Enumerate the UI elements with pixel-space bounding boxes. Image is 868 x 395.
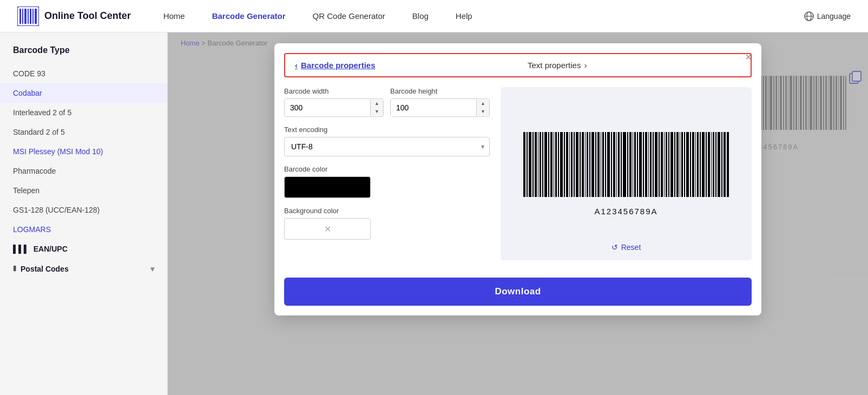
reset-icon: ↺ [611, 243, 618, 252]
globe-icon [804, 11, 814, 21]
modal-close-button[interactable]: × [745, 51, 752, 63]
svg-rect-143 [715, 132, 716, 197]
svg-rect-115 [643, 132, 644, 197]
barcode-image [523, 132, 729, 202]
svg-rect-112 [634, 132, 636, 197]
sidebar-item-gs1[interactable]: GS1-128 (UCC/EAN-128) [0, 200, 167, 220]
main-nav: Home Barcode Generator QR Code Generator… [163, 11, 804, 21]
nav-qr-code[interactable]: QR Code Generator [313, 11, 385, 21]
main-content: Home > Barcode Generator /* barcode bars… [168, 32, 868, 395]
svg-rect-95 [589, 132, 590, 197]
svg-rect-140 [708, 132, 710, 197]
svg-rect-116 [645, 132, 647, 197]
sidebar-section-ean[interactable]: ▌▌▌ EAN/UPC [0, 239, 167, 259]
tab-text-label: Text properties [528, 61, 581, 70]
barcode-height-label: Barcode height [390, 87, 490, 95]
sidebar-item-interleaved[interactable]: Interleaved 2 of 5 [0, 103, 167, 122]
svg-rect-81 [554, 132, 554, 197]
svg-rect-128 [676, 132, 679, 197]
nav-help[interactable]: Help [456, 11, 472, 21]
svg-rect-78 [544, 132, 547, 197]
sidebar-item-telepen[interactable]: Telepen [0, 181, 167, 200]
svg-rect-99 [601, 132, 601, 197]
svg-rect-70 [523, 132, 525, 197]
svg-rect-126 [670, 132, 673, 197]
barcode-width-label: Barcode width [284, 87, 384, 95]
svg-rect-73 [532, 132, 534, 197]
svg-rect-137 [700, 132, 701, 197]
svg-rect-75 [538, 132, 538, 197]
svg-rect-132 [686, 132, 689, 197]
svg-rect-82 [555, 132, 557, 197]
nav-barcode-generator[interactable]: Barcode Generator [212, 11, 286, 21]
svg-rect-88 [571, 132, 573, 197]
svg-rect-71 [527, 132, 528, 197]
modal-body: Barcode width ▲ ▼ Barco [274, 77, 761, 270]
logo-barcode-icon [17, 6, 39, 26]
tab-barcode-properties[interactable]: ‹ Barcode properties [285, 54, 518, 76]
svg-rect-138 [702, 132, 705, 197]
height-up-arrow[interactable]: ▲ [477, 100, 489, 108]
nav-blog[interactable]: Blog [412, 11, 429, 21]
svg-rect-93 [585, 132, 586, 197]
svg-rect-97 [595, 132, 596, 197]
svg-rect-77 [542, 132, 543, 197]
svg-rect-122 [661, 132, 663, 197]
svg-rect-133 [690, 132, 691, 197]
barcode-preview-panel: A123456789A ↺ Reset [501, 87, 752, 260]
reset-button[interactable]: ↺ Reset [611, 243, 641, 252]
sidebar-item-pharmacode[interactable]: Pharmacode [0, 161, 167, 181]
svg-rect-123 [664, 132, 665, 197]
svg-rect-111 [633, 132, 633, 197]
barcode-height-input[interactable] [391, 99, 476, 116]
svg-rect-74 [535, 132, 537, 197]
svg-rect-127 [674, 132, 675, 197]
clear-icon: ✕ [324, 224, 331, 234]
svg-rect-98 [597, 132, 600, 197]
sidebar-item-code93[interactable]: CODE 93 [0, 64, 167, 83]
sidebar-section-postal[interactable]: ⦀ Postal Codes ▾ [0, 259, 167, 279]
svg-rect-117 [648, 132, 649, 197]
encoding-select[interactable]: UTF-8 ISO-8859-1 ASCII [284, 137, 490, 156]
download-button[interactable]: Download [284, 278, 752, 306]
svg-rect-83 [558, 132, 559, 197]
background-color-swatch[interactable]: ✕ [284, 218, 371, 240]
logo-area: Online Tool Center [17, 6, 131, 26]
barcode-preview: A123456789A [523, 132, 729, 216]
background-color-label: Background color [284, 207, 490, 215]
postal-section-icon: ⦀ [13, 264, 16, 273]
sidebar-item-msi[interactable]: MSI Plessey (MSI Mod 10) [0, 142, 167, 161]
barcode-color-swatch[interactable] [284, 176, 371, 198]
svg-rect-72 [529, 132, 531, 197]
barcode-width-input[interactable] [285, 99, 370, 116]
svg-rect-108 [623, 132, 626, 197]
height-arrows: ▲ ▼ [476, 100, 489, 116]
sidebar-item-standard2of5[interactable]: Standard 2 of 5 [0, 122, 167, 142]
tab-text-properties[interactable]: Text properties › [518, 54, 751, 76]
text-encoding-label: Text encoding [284, 126, 490, 134]
height-down-arrow[interactable]: ▼ [477, 108, 489, 116]
width-up-arrow[interactable]: ▲ [371, 100, 383, 108]
tab-barcode-label: Barcode properties [301, 61, 376, 70]
nav-home[interactable]: Home [163, 11, 185, 21]
svg-rect-92 [582, 132, 584, 197]
svg-rect-87 [569, 132, 570, 197]
svg-rect-144 [718, 132, 720, 197]
width-down-arrow[interactable]: ▼ [371, 108, 383, 116]
language-button[interactable]: Language [804, 11, 851, 21]
svg-rect-3 [24, 9, 27, 24]
sidebar-item-logmars[interactable]: LOGMARS [0, 220, 167, 239]
ean-label: EAN/UPC [34, 245, 68, 253]
svg-rect-136 [697, 132, 699, 197]
sidebar-heading: Barcode Type [0, 41, 167, 64]
barcode-color-label: Barcode color [284, 165, 490, 173]
barcode-width-input-wrap: ▲ ▼ [284, 98, 384, 117]
svg-rect-79 [548, 132, 549, 197]
svg-rect-139 [706, 132, 707, 197]
svg-rect-80 [550, 132, 553, 197]
barcode-text-label: A123456789A [594, 207, 657, 216]
reset-label: Reset [621, 243, 641, 252]
sidebar-item-codabar[interactable]: Codabar [0, 83, 167, 103]
svg-rect-7 [35, 9, 37, 24]
svg-rect-103 [611, 132, 612, 197]
